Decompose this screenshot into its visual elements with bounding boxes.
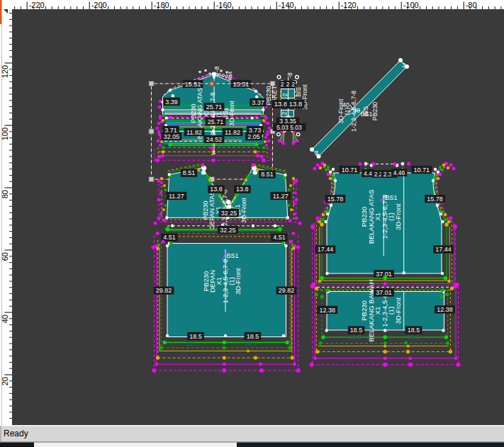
svg-text:BIS: BIS [295, 87, 302, 97]
svg-text:15.78: 15.78 [427, 196, 443, 203]
svg-text:100: 100 [1, 128, 9, 140]
svg-text:18.5: 18.5 [408, 327, 420, 334]
svg-text:(1): (1) [344, 108, 351, 115]
svg-text:25.71: 25.71 [206, 103, 223, 111]
svg-text:25.71: 25.71 [208, 118, 224, 125]
svg-text:3.39: 3.39 [165, 98, 178, 106]
svg-text:13.8: 13.8 [274, 100, 288, 108]
svg-text:-220: -220 [29, 1, 45, 9]
svg-text:10.71: 10.71 [413, 166, 430, 174]
svg-text:2.05: 2.05 [247, 133, 260, 140]
svg-text:-8: -8 [286, 72, 293, 78]
svg-text:BS1: BS1 [361, 111, 373, 118]
svg-text:18.5: 18.5 [350, 327, 363, 334]
svg-text:2: 2 [281, 81, 284, 88]
svg-text:3D-Front: 3D-Front [228, 101, 235, 126]
svg-text:32.25: 32.25 [221, 210, 237, 217]
svg-text:8.51: 8.51 [183, 169, 196, 176]
svg-text:-160: -160 [216, 1, 232, 9]
svg-text:2: 2 [281, 111, 288, 115]
svg-text:-140: -140 [279, 1, 294, 9]
svg-text:10.71: 10.71 [342, 166, 358, 174]
svg-text:60: 60 [1, 252, 9, 261]
svg-text:29.82: 29.82 [156, 287, 172, 294]
svg-text:-8: -8 [213, 66, 220, 72]
svg-text:-120: -120 [341, 1, 357, 9]
svg-text:32.05: 32.05 [164, 133, 180, 140]
svg-text:19.5: 19.5 [245, 340, 257, 347]
svg-text:17.44: 17.44 [435, 246, 452, 253]
svg-text:19.5: 19.5 [186, 340, 198, 347]
svg-text:11.82: 11.82 [186, 129, 202, 136]
svg-text:8.51: 8.51 [261, 171, 274, 178]
svg-text:37.01: 37.01 [376, 289, 392, 296]
svg-text:Psit: Psit [228, 72, 233, 80]
svg-text:3: 3 [315, 149, 318, 157]
svg-text:4.51: 4.51 [163, 234, 176, 241]
svg-text:-80: -80 [466, 1, 477, 9]
svg-text:3D-Front: 3D-Front [394, 203, 402, 230]
svg-text:24.52: 24.52 [206, 136, 223, 143]
svg-text:40: 40 [1, 315, 9, 323]
svg-text:18.5: 18.5 [247, 333, 259, 340]
svg-text:12.38: 12.38 [437, 306, 453, 313]
svg-text:11.27: 11.27 [273, 193, 289, 200]
svg-text:13.8: 13.8 [210, 186, 223, 193]
svg-text:19.5: 19.5 [408, 334, 420, 341]
svg-text:Ready: Ready [4, 429, 28, 438]
svg-text:29.82: 29.82 [279, 287, 295, 294]
svg-text:40: 40 [342, 101, 349, 108]
svg-text:4.4: 4.4 [364, 170, 372, 177]
svg-text:11.27: 11.27 [169, 193, 184, 200]
svg-text:120: 120 [1, 65, 9, 78]
svg-text:2: 2 [291, 81, 295, 88]
svg-text:80: 80 [1, 190, 9, 198]
svg-text:3.37: 3.37 [252, 99, 264, 106]
svg-text:5.03 5.03: 5.03 5.03 [276, 124, 302, 131]
svg-text:2: 2 [286, 81, 290, 88]
svg-text:13.8: 13.8 [289, 100, 303, 108]
svg-text:-180: -180 [154, 1, 169, 9]
svg-text:12.38: 12.38 [319, 307, 335, 314]
svg-text:-100: -100 [403, 1, 419, 9]
svg-text:20: 20 [1, 377, 9, 385]
svg-text:15.51: 15.51 [185, 81, 201, 88]
svg-text:13.8: 13.8 [236, 186, 249, 193]
svg-text:19.5: 19.5 [349, 334, 362, 341]
svg-text:-200: -200 [91, 1, 107, 9]
svg-text:3D-Front: 3D-Front [234, 268, 242, 295]
svg-text:3D-Front: 3D-Front [394, 297, 402, 324]
svg-text:11.82: 11.82 [225, 129, 240, 136]
svg-text:4.51: 4.51 [273, 234, 286, 241]
svg-text:18.5: 18.5 [189, 333, 202, 340]
svg-text:BS1: BS1 [226, 252, 238, 259]
svg-text:15.51: 15.51 [233, 81, 250, 88]
svg-text:15.78: 15.78 [327, 196, 344, 203]
svg-text:2: 2 [281, 93, 289, 96]
svg-text:3: 3 [402, 62, 405, 69]
svg-text:32.25: 32.25 [220, 227, 236, 234]
svg-text:4.46: 4.46 [393, 169, 405, 176]
svg-text:17.44: 17.44 [318, 246, 334, 253]
